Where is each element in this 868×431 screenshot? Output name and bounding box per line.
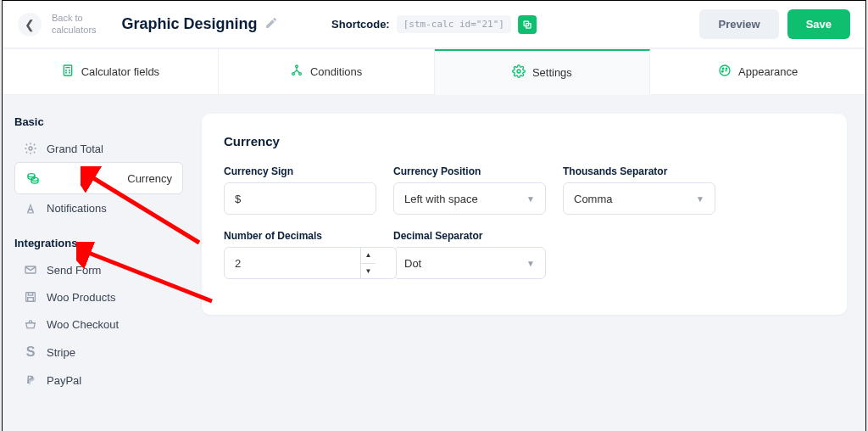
svg-point-5 (69, 70, 70, 71)
back-button[interactable]: ❮ (18, 13, 42, 36)
svg-point-13 (722, 68, 724, 70)
shortcode-value: [stm-calc id="21"] (397, 15, 511, 33)
decimal-separator-label: Decimal Separator (393, 230, 546, 242)
svg-rect-22 (28, 293, 32, 295)
svg-point-4 (65, 70, 66, 71)
select-value: Comma (574, 193, 613, 205)
svg-point-14 (726, 68, 727, 70)
mail-icon (23, 263, 38, 277)
chevron-down-icon: ▼ (526, 194, 535, 204)
nav-currency[interactable]: Currency (14, 162, 183, 194)
nav-label: Woo Products (47, 291, 115, 304)
svg-point-8 (296, 65, 298, 68)
title-text: Graphic Designing (122, 15, 258, 33)
select-value: Dot (404, 257, 421, 270)
svg-rect-23 (28, 298, 34, 302)
tab-label: Calculator fields (81, 65, 160, 78)
chevron-down-icon: ▼ (696, 194, 704, 204)
nav-label: Send Form (47, 264, 101, 277)
chevron-left-icon: ❮ (25, 18, 35, 31)
nav-label: Grand Total (47, 143, 103, 155)
svg-point-7 (69, 72, 70, 73)
svg-point-11 (517, 70, 520, 73)
basket-icon (23, 317, 38, 331)
svg-rect-19 (27, 212, 34, 213)
tab-label: Conditions (310, 65, 362, 78)
step-down-icon[interactable]: ▼ (361, 264, 376, 279)
svg-point-9 (292, 73, 295, 76)
currency-sign-input[interactable] (224, 182, 376, 215)
select-value: Left with space (404, 193, 478, 205)
svg-rect-2 (64, 65, 71, 76)
tab-conditions[interactable]: Conditions (219, 49, 435, 95)
thousands-separator-label: Thousands Separator (563, 165, 715, 177)
number-decimals-label: Number of Decimals (224, 230, 376, 242)
gear-icon (23, 142, 38, 155)
tab-appearance[interactable]: Appearance (650, 49, 865, 95)
tab-calculator-fields[interactable]: Calculator fields (3, 49, 219, 95)
decimal-separator-select[interactable]: Dot ▼ (393, 247, 546, 279)
save-button[interactable]: Save (787, 9, 850, 39)
number-stepper[interactable]: ▲▼ (360, 248, 376, 278)
nav-notifications[interactable]: Notifications (14, 194, 183, 221)
paypal-icon (23, 373, 38, 387)
conditions-icon (290, 64, 303, 80)
panel-heading: Currency (224, 134, 825, 148)
svg-point-16 (29, 147, 32, 150)
sidebar-section-basic: Basic (14, 110, 183, 135)
step-up-icon[interactable]: ▲ (361, 248, 376, 264)
nav-stripe[interactable]: S Stripe (14, 338, 183, 367)
svg-point-15 (722, 71, 724, 73)
stripe-icon: S (23, 344, 38, 360)
nav-woo-products[interactable]: Woo Products (14, 283, 183, 311)
sidebar-section-integrations: Integrations (14, 221, 183, 256)
svg-point-6 (65, 72, 66, 73)
nav-label: Woo Checkout (47, 318, 119, 331)
currency-position-label: Currency Position (393, 165, 546, 177)
shortcode-label: Shortcode: (331, 18, 390, 31)
svg-point-12 (720, 65, 730, 76)
back-label: Back to calculators (52, 13, 97, 35)
currency-position-select[interactable]: Left with space ▼ (393, 182, 546, 215)
tab-label: Appearance (738, 65, 798, 78)
currency-panel: Currency Currency Sign Currency Position… (202, 114, 847, 315)
svg-point-17 (28, 174, 35, 177)
thousands-separator-select[interactable]: Comma ▼ (563, 182, 715, 215)
settings-icon (512, 64, 526, 81)
save-icon (23, 290, 38, 304)
calculator-icon (61, 64, 75, 80)
currency-sign-label: Currency Sign (224, 165, 376, 177)
tab-label: Settings (532, 66, 572, 79)
nav-label: Notifications (47, 202, 107, 215)
nav-woo-checkout[interactable]: Woo Checkout (14, 311, 183, 338)
settings-sidebar: Basic Grand Total Currency Notifications… (3, 95, 183, 431)
nav-grand-total[interactable]: Grand Total (14, 135, 183, 162)
nav-label: PayPal (47, 374, 81, 387)
coins-icon (25, 171, 41, 185)
nav-paypal[interactable]: PayPal (14, 367, 183, 394)
nav-label: Currency (127, 172, 172, 185)
edit-title-icon[interactable] (264, 16, 278, 32)
chevron-down-icon: ▼ (526, 259, 535, 268)
svg-point-10 (299, 73, 302, 76)
nav-label: Stripe (47, 346, 75, 359)
tab-settings[interactable]: Settings (435, 49, 651, 95)
preview-button[interactable]: Preview (699, 9, 778, 39)
nav-send-form[interactable]: Send Form (14, 256, 183, 283)
page-title: Graphic Designing (122, 15, 278, 33)
shortcode-block: Shortcode: [stm-calc id="21"] (331, 15, 537, 34)
copy-icon[interactable] (518, 15, 537, 34)
font-icon (23, 201, 38, 215)
appearance-icon (718, 64, 732, 80)
